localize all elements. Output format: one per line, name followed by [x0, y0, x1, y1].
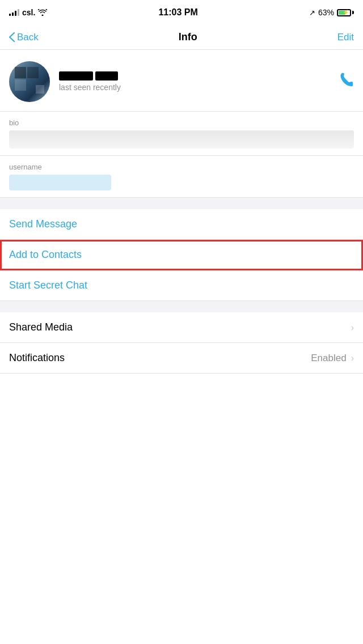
- start-secret-chat-label: Start Secret Chat: [9, 279, 87, 291]
- location-arrow-icon: ↗: [309, 9, 315, 17]
- battery-percent-label: 63%: [318, 8, 334, 17]
- list-section: Shared Media › Notifications Enabled ›: [0, 312, 363, 374]
- bio-content: [9, 130, 354, 149]
- profile-info-left: last seen recently: [9, 61, 121, 102]
- call-button[interactable]: [338, 72, 354, 92]
- edit-button[interactable]: Edit: [337, 32, 354, 43]
- profile-info: last seen recently: [59, 71, 121, 92]
- battery-icon: ⚡: [337, 9, 354, 16]
- profile-name: [59, 71, 121, 80]
- wifi-icon: [38, 9, 47, 16]
- avatar-image: [9, 61, 50, 102]
- shared-media-chevron-icon: ›: [351, 323, 354, 333]
- notifications-item[interactable]: Notifications Enabled ›: [0, 343, 363, 374]
- bio-section: bio: [0, 112, 363, 156]
- profile-section: last seen recently: [0, 50, 363, 112]
- spacer-2: [0, 301, 363, 312]
- status-bar-left: csl.: [9, 8, 47, 17]
- name-redacted-last: [95, 71, 118, 80]
- username-label: username: [9, 163, 354, 171]
- notifications-right: Enabled ›: [311, 353, 354, 364]
- add-to-contacts-label: Add to Contacts: [9, 249, 82, 260]
- send-message-button[interactable]: Send Message: [0, 209, 363, 240]
- phone-icon: [338, 72, 354, 88]
- start-secret-chat-button[interactable]: Start Secret Chat: [0, 270, 363, 301]
- username-value: [9, 175, 111, 190]
- shared-media-item[interactable]: Shared Media ›: [0, 312, 363, 343]
- name-redacted-first: [59, 71, 93, 80]
- avatar: [9, 61, 50, 102]
- bio-label: bio: [9, 118, 354, 127]
- last-seen-label: last seen recently: [59, 83, 121, 92]
- shared-media-right: ›: [351, 323, 354, 333]
- back-button[interactable]: Back: [9, 32, 39, 43]
- notifications-label: Notifications: [9, 352, 65, 364]
- carrier-label: csl.: [22, 8, 35, 17]
- status-bar-time: 11:03 PM: [158, 7, 197, 18]
- username-section: username: [0, 156, 363, 198]
- status-bar-right: ↗ 63% ⚡: [309, 8, 354, 17]
- signal-bars-icon: [9, 9, 19, 16]
- page-title: Info: [179, 31, 197, 43]
- action-section: Send Message Add to Contacts Start Secre…: [0, 209, 363, 301]
- add-to-contacts-button[interactable]: Add to Contacts: [0, 240, 363, 270]
- spacer-1: [0, 198, 363, 209]
- nav-bar: Back Info Edit: [0, 25, 363, 50]
- battery-bolt-icon: ⚡: [343, 10, 349, 15]
- notifications-value: Enabled: [311, 353, 346, 364]
- shared-media-label: Shared Media: [9, 321, 73, 333]
- send-message-label: Send Message: [9, 218, 77, 230]
- status-bar: csl. 11:03 PM ↗ 63% ⚡: [0, 0, 363, 25]
- chevron-left-icon: [9, 32, 15, 42]
- back-label: Back: [17, 32, 39, 43]
- notifications-chevron-icon: ›: [351, 353, 354, 363]
